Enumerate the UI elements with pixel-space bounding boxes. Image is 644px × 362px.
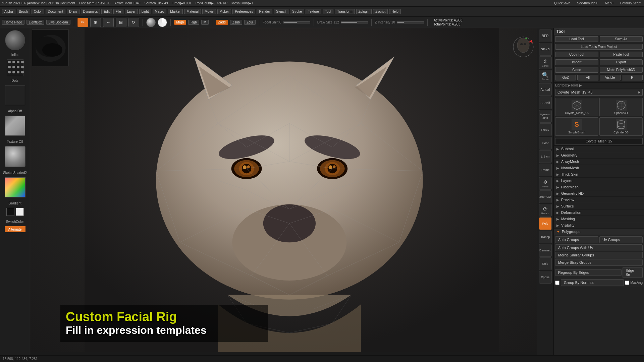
edit-menu[interactable]: Edit — [101, 9, 112, 14]
subtool-preview[interactable]: ▶ Preview — [554, 197, 644, 203]
z-intensity-slider[interactable] — [397, 21, 424, 23]
menu-btn[interactable]: Menu — [604, 1, 615, 5]
live-boolean-btn[interactable]: Live Boolean — [46, 20, 70, 25]
load-tools-project-btn[interactable]: Load Tools From Project — [555, 44, 643, 50]
solo-btn[interactable]: Solo — [539, 257, 552, 270]
orientation-widget[interactable] — [510, 34, 537, 60]
current-mesh-display[interactable]: Coyote_Mesh_19. 48 R — [555, 89, 643, 96]
light-menu[interactable]: Light — [139, 9, 151, 14]
regroup-by-edges-btn[interactable]: Regroup By Edges — [555, 269, 622, 276]
floor-btn[interactable]: Floor — [539, 137, 552, 149]
import-btn[interactable]: Import — [555, 59, 598, 65]
zsub-btn[interactable]: Zsub — [230, 20, 242, 25]
focal-shift-slider[interactable] — [283, 21, 310, 23]
dynamic2-btn[interactable]: Dynamic — [539, 244, 552, 257]
zplugin-menu[interactable]: Zplugin — [356, 9, 372, 14]
mesh-item-cylinder3d[interactable]: CylinderD3 — [599, 117, 643, 136]
subtool-geometry[interactable]: ▶ Geometry — [554, 152, 644, 159]
mesh-r-btn[interactable]: R — [638, 90, 640, 94]
zoom3d-btn[interactable]: Zoom3D — [539, 190, 552, 203]
texture-swatch[interactable] — [5, 116, 25, 136]
default-zscript-btn[interactable]: DefaultZScript — [619, 1, 643, 5]
export-btn[interactable]: Export — [600, 59, 643, 65]
subtool-header[interactable]: ▶ Subtool — [554, 146, 644, 152]
subtool-geometry-hd[interactable]: ▶ Geometry HD — [554, 190, 644, 197]
merge-stray-groups-btn[interactable]: Merge Stray Groups — [555, 259, 643, 266]
actual-btn[interactable]: Actual — [539, 83, 552, 96]
auto-groups-btn[interactable]: Auto Groups — [555, 236, 598, 243]
rotate-mode-btn[interactable]: ⟳ — [128, 18, 139, 27]
subtool-masking[interactable]: ▶ Masking — [554, 216, 644, 222]
subtool-thick-skin[interactable]: ▶ Thick Skin — [554, 171, 644, 178]
draw-mode-btn[interactable]: ✏ — [77, 18, 88, 27]
tool-menu[interactable]: Tool — [323, 9, 333, 14]
maxangle-checkbox[interactable] — [625, 281, 629, 285]
copy-tool-btn[interactable]: Copy Tool — [555, 52, 598, 57]
document-menu[interactable]: Document — [46, 9, 66, 14]
mesh-item-sphere3d[interactable]: Sphere3D — [599, 98, 643, 116]
material-swatch[interactable] — [5, 146, 25, 167]
poly-btn[interactable]: Poly — [539, 217, 552, 230]
group-normals-checkbox[interactable] — [555, 281, 559, 285]
subtool-surface[interactable]: ▶ Surface — [554, 203, 644, 209]
xpose-btn[interactable]: Xpose — [539, 271, 552, 284]
stencil-menu[interactable]: Stencil — [274, 9, 288, 14]
zscript-menu[interactable]: Zscript — [373, 9, 388, 14]
alpha-menu[interactable]: Alpha — [2, 9, 15, 14]
subtool-visibility[interactable]: ▶ Visibility — [554, 222, 644, 229]
paste-tool-btn[interactable]: Paste Tool — [600, 52, 643, 57]
clone-btn[interactable]: Clone — [555, 67, 598, 73]
material-sphere[interactable] — [146, 18, 156, 27]
uv-groups-btn[interactable]: Uv Groups — [599, 236, 643, 243]
macro-menu[interactable]: Macro — [153, 9, 167, 14]
quick-save-btn[interactable]: QuickSave — [553, 1, 572, 5]
draw-menu[interactable]: Draw — [67, 9, 79, 14]
persp-btn[interactable]: Persp — [539, 123, 552, 136]
movie-menu[interactable]: Movie — [202, 9, 216, 14]
spix-btn[interactable]: SPix 3 — [539, 43, 552, 56]
make-polymesh3d-btn[interactable]: Make PolyMesh3D — [600, 67, 643, 73]
stroke-preview[interactable] — [7, 59, 23, 76]
transp-btn[interactable]: Transp — [539, 231, 552, 243]
draw-size-slider[interactable] — [341, 21, 368, 23]
color-menu[interactable]: Color — [32, 9, 44, 14]
brush-menu[interactable]: Brush — [17, 9, 30, 14]
mesh-item-simplebrush[interactable]: S SimpleBrush — [555, 117, 598, 136]
picker-menu[interactable]: Picker — [217, 9, 231, 14]
brush-thumbnail[interactable] — [32, 29, 69, 66]
subtool-deformation[interactable]: ▶ Deformation — [554, 209, 644, 216]
brush-preview[interactable] — [5, 30, 25, 50]
lightbox-tools-header[interactable]: Lightbox▶Tools ▶ — [554, 82, 644, 88]
auto-groups-uv-btn[interactable]: Auto Groups With UV — [555, 244, 643, 251]
dynamic-btn[interactable]: DynamicZPR — [539, 110, 552, 123]
save-as-btn[interactable]: Save As — [600, 36, 643, 42]
bpr-btn[interactable]: BPR — [539, 29, 552, 42]
scroll-btn[interactable]: ⇕ Scroll — [539, 56, 552, 69]
material-menu[interactable]: Material — [184, 9, 201, 14]
move-mode-btn[interactable]: ↔ — [103, 18, 114, 27]
subtool-polygroups[interactable]: ▼ Polygroups — [554, 229, 644, 235]
layer-menu[interactable]: Layer — [125, 9, 138, 14]
frame-btn[interactable]: Frame — [539, 164, 552, 176]
merge-similar-groups-btn[interactable]: Merge Similar Groups — [555, 252, 643, 258]
aahalf-btn[interactable]: AAHalf — [539, 97, 552, 109]
see-through-btn[interactable]: See-through 0 — [576, 1, 599, 5]
transform-menu[interactable]: Transform — [335, 9, 355, 14]
selected-mesh-display[interactable]: Coyote_Mesh_15 — [555, 138, 643, 144]
m-btn[interactable]: M — [201, 20, 209, 25]
help-menu[interactable]: Help — [389, 9, 401, 14]
visible-btn[interactable]: Visible — [600, 75, 621, 80]
canvas-move-btn[interactable]: ✥ Move — [539, 177, 552, 190]
foreground-color[interactable] — [6, 208, 14, 216]
draw-mode-move-btn[interactable]: ⊕ — [90, 18, 101, 27]
subtool-fibermesh[interactable]: ▶ FiberMesh — [554, 184, 644, 190]
main-canvas[interactable]: Custom Facial Rig Fill in expression tem… — [30, 28, 553, 352]
file-menu[interactable]: File — [113, 9, 123, 14]
texture-menu[interactable]: Texture — [306, 9, 321, 14]
dynamics-menu[interactable]: Dynamics — [81, 9, 100, 14]
all-btn[interactable]: All — [577, 75, 598, 80]
mrgb-btn[interactable]: Mrgb — [174, 20, 186, 25]
render-menu[interactable]: Render — [257, 9, 272, 14]
alternate-btn[interactable]: Alternate — [5, 226, 25, 232]
subtool-layers[interactable]: ▶ Layers — [554, 178, 644, 184]
